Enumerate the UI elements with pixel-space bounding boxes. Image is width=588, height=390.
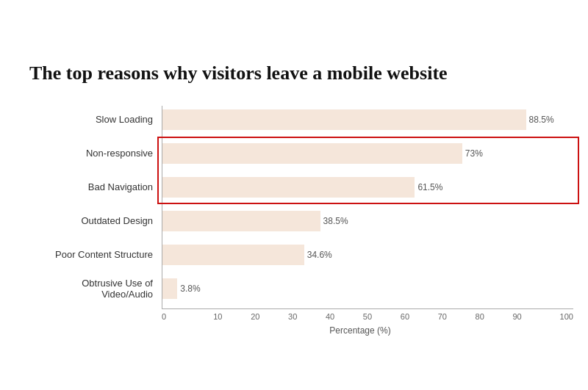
- x-tick: 70: [423, 312, 461, 321]
- x-axis-title: Percentage (%): [162, 325, 559, 336]
- bar-fill: [162, 211, 320, 231]
- x-tick: 60: [386, 312, 423, 321]
- bar-track: 88.5%: [162, 109, 559, 130]
- x-axis-labels: 0102030405060708090100: [162, 312, 573, 321]
- x-tick: 0: [162, 312, 199, 321]
- bar-value: 61.5%: [417, 182, 442, 192]
- x-tick: 20: [237, 312, 274, 321]
- bar-track: 61.5%: [162, 177, 559, 198]
- bar-label: Poor Content Structure: [29, 249, 162, 260]
- x-axis-line: [162, 308, 573, 309]
- bar-label: Non-responsive: [29, 148, 162, 159]
- bar-row: Bad Navigation61.5%: [29, 173, 559, 201]
- bar-value: 38.5%: [323, 216, 348, 226]
- bar-fill: [162, 143, 462, 164]
- chart-container: The top reasons why visitors leave a mob…: [15, 40, 573, 350]
- x-tick: 100: [536, 312, 573, 321]
- chart-body: Slow Loading88.5%Non-responsive73%Bad Na…: [29, 106, 559, 336]
- bar-label: Bad Navigation: [29, 181, 162, 192]
- x-tick: 80: [461, 312, 498, 321]
- x-tick: 50: [349, 312, 387, 321]
- bar-value: 3.8%: [180, 284, 200, 294]
- bar-row: Non-responsive73%: [29, 140, 559, 167]
- bar-row: Obtrusive Use of Video/Audio3.8%: [29, 275, 559, 303]
- bar-label: Slow Loading: [29, 114, 162, 125]
- bar-row: Outdated Design38.5%: [29, 207, 559, 235]
- bar-track: 38.5%: [162, 211, 559, 231]
- bar-row: Poor Content Structure34.6%: [29, 241, 559, 269]
- bar-value: 88.5%: [529, 115, 554, 125]
- chart-title: The top reasons why visitors leave a mob…: [29, 62, 559, 84]
- x-tick: 30: [274, 312, 312, 321]
- bar-value: 34.6%: [307, 250, 332, 260]
- bar-label: Outdated Design: [29, 215, 162, 226]
- bar-fill: [162, 109, 526, 130]
- bars-wrapper: Slow Loading88.5%Non-responsive73%Bad Na…: [29, 106, 559, 303]
- bar-fill: [162, 177, 415, 198]
- x-tick: 90: [498, 312, 536, 321]
- bar-value: 73%: [465, 148, 483, 159]
- bar-fill: [162, 278, 177, 299]
- x-tick: 10: [199, 312, 237, 321]
- bar-fill: [162, 245, 304, 265]
- bar-row: Slow Loading88.5%: [29, 106, 559, 134]
- y-axis-line: [162, 106, 162, 308]
- x-tick: 40: [312, 312, 349, 321]
- bar-track: 34.6%: [162, 245, 559, 265]
- bar-track: 73%: [162, 143, 559, 164]
- bar-track: 3.8%: [162, 278, 559, 299]
- bar-label: Obtrusive Use of Video/Audio: [29, 278, 162, 300]
